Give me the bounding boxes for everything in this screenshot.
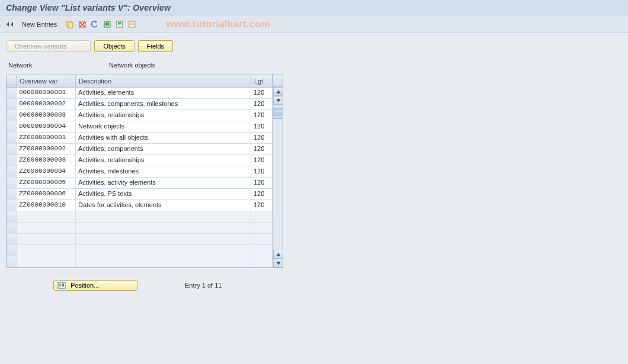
cell-description[interactable]: Activities, activity elements xyxy=(76,178,251,188)
select-block-icon[interactable] xyxy=(114,19,125,30)
cell-lgt[interactable]: 120 xyxy=(251,189,273,199)
row-selector[interactable] xyxy=(7,121,17,132)
row-selector[interactable] xyxy=(7,99,17,109)
row-selector[interactable] xyxy=(7,88,17,98)
row-selector[interactable] xyxy=(7,155,17,166)
table-row-empty[interactable] xyxy=(7,211,273,223)
table-row-empty[interactable] xyxy=(7,234,273,245)
new-entries-button[interactable]: New Entries xyxy=(18,20,60,29)
row-selector[interactable] xyxy=(7,166,17,177)
undo-icon[interactable] xyxy=(89,19,100,30)
cell-overview-var[interactable]: ZZ0000000004 xyxy=(17,166,76,177)
col-description[interactable]: Description xyxy=(76,75,251,87)
cell-overview-var[interactable]: ZZ0000000001 xyxy=(17,133,76,143)
col-overview-var[interactable]: Overview var xyxy=(17,75,76,87)
cell-overview-var[interactable]: 000000000002 xyxy=(17,99,76,109)
cell-lgt[interactable]: 120 xyxy=(251,88,273,98)
table-row[interactable]: ZZ0000000004Activities, milestones120 xyxy=(7,166,273,178)
cell-description[interactable] xyxy=(76,256,251,267)
table-row[interactable]: ZZ0000000001Activities with all objects1… xyxy=(7,133,273,144)
cell-description[interactable]: Network objects xyxy=(76,121,251,132)
cell-overview-var[interactable]: ZZ0000000006 xyxy=(17,189,76,199)
cell-overview-var[interactable] xyxy=(17,211,76,222)
row-selector[interactable] xyxy=(7,133,17,143)
cell-lgt[interactable]: 120 xyxy=(251,200,273,211)
cell-lgt[interactable] xyxy=(251,256,273,267)
select-all-icon[interactable] xyxy=(102,19,113,30)
cell-overview-var[interactable]: 000000000001 xyxy=(17,88,76,98)
cell-overview-var[interactable]: ZZ0000000005 xyxy=(17,178,76,188)
row-selector[interactable] xyxy=(7,256,17,267)
cell-description[interactable]: Dates for activities, elements xyxy=(76,200,251,211)
cell-description[interactable]: Activities, relationships xyxy=(76,110,251,121)
cell-description[interactable] xyxy=(76,234,251,244)
objects-button[interactable]: Objects xyxy=(94,40,134,52)
table-row[interactable]: ZZ0000000003Activities, relationships120 xyxy=(7,155,273,166)
cell-lgt[interactable] xyxy=(251,234,273,244)
table-row[interactable]: 000000000004Network objects120 xyxy=(7,121,273,133)
cell-lgt[interactable]: 120 xyxy=(251,155,273,166)
cell-description[interactable]: Activities, PS texts xyxy=(76,189,251,199)
cell-description[interactable]: Activities, components, milestones xyxy=(76,99,251,109)
cell-overview-var[interactable] xyxy=(17,245,76,256)
cell-overview-var[interactable]: ZZ0000000002 xyxy=(17,144,76,154)
cell-description[interactable] xyxy=(76,223,251,233)
row-selector[interactable] xyxy=(7,144,17,154)
cell-overview-var[interactable] xyxy=(17,234,76,244)
row-selector[interactable] xyxy=(7,245,17,256)
cell-lgt[interactable] xyxy=(251,211,273,222)
cell-description[interactable]: Activities, milestones xyxy=(76,166,251,177)
cell-lgt[interactable] xyxy=(251,245,273,256)
cell-lgt[interactable]: 120 xyxy=(251,99,273,109)
scroll-grip-icon[interactable] xyxy=(273,108,283,119)
deselect-all-icon[interactable] xyxy=(127,19,137,30)
toggle-expand-icon[interactable] xyxy=(5,19,15,30)
table-row-empty[interactable] xyxy=(7,245,273,256)
row-selector[interactable] xyxy=(7,234,17,244)
scroll-down-icon[interactable] xyxy=(273,96,283,105)
cell-overview-var[interactable]: 000000000004 xyxy=(17,121,76,132)
table-row[interactable]: 000000000003Activities, relationships120 xyxy=(7,110,273,121)
row-selector[interactable] xyxy=(7,200,17,211)
col-selector[interactable] xyxy=(7,75,17,87)
cell-description[interactable] xyxy=(76,245,251,256)
cell-overview-var[interactable]: ZZ0000000003 xyxy=(17,155,76,166)
row-selector[interactable] xyxy=(7,189,17,199)
cell-overview-var[interactable]: 000000000003 xyxy=(17,110,76,121)
copy-icon[interactable] xyxy=(65,19,75,30)
cell-description[interactable]: Activities, relationships xyxy=(76,155,251,166)
vertical-scrollbar[interactable] xyxy=(273,75,283,268)
cell-lgt[interactable]: 120 xyxy=(251,121,273,132)
cell-overview-var[interactable]: ZZ0000000010 xyxy=(17,200,76,211)
table-row-empty[interactable] xyxy=(7,256,273,268)
table-row[interactable]: 000000000002Activities, components, mile… xyxy=(7,99,273,110)
cell-lgt[interactable]: 120 xyxy=(251,110,273,121)
cell-description[interactable]: Activities, components xyxy=(76,144,251,154)
scroll-up-icon[interactable] xyxy=(273,87,283,96)
row-selector[interactable] xyxy=(7,178,17,188)
cell-overview-var[interactable] xyxy=(17,223,76,233)
col-lgt[interactable]: Lgt xyxy=(251,75,273,87)
fields-button[interactable]: Fields xyxy=(138,40,173,52)
table-row[interactable]: ZZ0000000002Activities, components120 xyxy=(7,144,273,155)
cell-overview-var[interactable] xyxy=(17,256,76,267)
cell-description[interactable]: Activities, elements xyxy=(76,88,251,98)
cell-lgt[interactable]: 120 xyxy=(251,178,273,188)
row-selector[interactable] xyxy=(7,211,17,222)
cell-description[interactable] xyxy=(76,211,251,222)
row-selector[interactable] xyxy=(7,110,17,121)
table-row-empty[interactable] xyxy=(7,223,273,234)
cell-description[interactable]: Activities with all objects xyxy=(76,133,251,143)
table-row[interactable]: ZZ0000000005Activities, activity element… xyxy=(7,178,273,189)
cell-lgt[interactable] xyxy=(251,223,273,233)
cell-lgt[interactable]: 120 xyxy=(251,133,273,143)
overview-variants-button[interactable]: Overview variants xyxy=(6,40,91,52)
row-selector[interactable] xyxy=(7,223,17,233)
position-button[interactable]: Position... xyxy=(53,280,137,291)
table-row[interactable]: ZZ0000000006Activities, PS texts120 xyxy=(7,189,273,200)
scroll-down2-icon[interactable] xyxy=(273,259,283,268)
cell-lgt[interactable]: 120 xyxy=(251,144,273,154)
scroll-up2-icon[interactable] xyxy=(273,250,283,259)
table-row[interactable]: 000000000001Activities, elements120 xyxy=(7,88,273,99)
delete-icon[interactable] xyxy=(77,19,88,30)
